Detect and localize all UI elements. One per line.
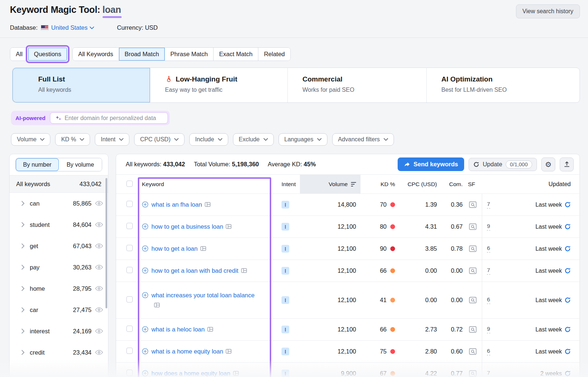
toggle-by-volume[interactable]: By volume <box>59 158 102 171</box>
domain-input[interactable] <box>65 115 163 122</box>
tab-exact-match[interactable]: Exact Match <box>214 48 258 61</box>
refresh-icon[interactable] <box>564 348 571 355</box>
add-keyword-icon[interactable] <box>142 201 148 208</box>
sf-value[interactable]: 9 <box>487 223 490 231</box>
tab-all-keywords[interactable]: All Keywords <box>73 48 119 61</box>
add-keyword-icon[interactable] <box>142 326 148 333</box>
add-keyword-icon[interactable] <box>142 245 148 252</box>
keyword-link[interactable]: how to get a loan <box>151 244 206 254</box>
serp-preview-icon[interactable] <box>469 297 477 304</box>
eye-icon[interactable] <box>95 201 103 206</box>
select-all-checkbox[interactable] <box>126 181 133 187</box>
serp-preview-icon[interactable] <box>469 245 477 252</box>
row-checkbox[interactable] <box>126 348 133 354</box>
serp-preview-icon[interactable] <box>469 223 477 230</box>
sf-value[interactable]: 9 <box>487 326 490 333</box>
row-checkbox[interactable] <box>126 296 133 302</box>
keyword-group-item[interactable]: car 27,475 <box>10 299 108 320</box>
keyword-link[interactable]: how does a home equity loan <box>151 369 239 377</box>
serp-layout-icon[interactable] <box>241 268 247 273</box>
sf-value[interactable]: 6 <box>487 296 490 304</box>
eye-icon[interactable] <box>95 222 103 227</box>
eye-icon[interactable] <box>95 307 103 312</box>
keyword-link[interactable]: what is a heloc loan <box>151 325 213 334</box>
serp-preview-icon[interactable] <box>469 267 477 274</box>
tab-broad-match[interactable]: Broad Match <box>119 48 165 61</box>
eye-icon[interactable] <box>95 286 103 291</box>
card-low-hanging-fruit[interactable]: Low-Hanging Fruit Easy way to get traffi… <box>150 68 288 102</box>
view-search-history-button[interactable]: View search history <box>516 4 580 18</box>
serp-layout-icon[interactable] <box>154 302 160 308</box>
filter-dropdown[interactable]: CPC (USD) <box>134 133 184 146</box>
filter-dropdown[interactable]: KD % <box>55 133 90 146</box>
keyword-group-item[interactable]: student 84,604 <box>10 214 108 235</box>
keyword-group-item[interactable]: can 85,865 <box>10 193 108 214</box>
sf-value[interactable]: 7 <box>487 267 490 275</box>
export-button[interactable] <box>560 157 574 171</box>
filter-dropdown[interactable]: Include <box>189 133 228 146</box>
sf-value[interactable]: 7 <box>487 370 490 377</box>
send-keywords-button[interactable]: Send keywords <box>398 157 464 171</box>
row-checkbox[interactable] <box>126 267 133 273</box>
card-ai-optimization[interactable]: AI Optimization Best for LLM-driven SEO <box>427 68 580 102</box>
row-checkbox[interactable] <box>126 245 133 251</box>
card-commercial[interactable]: Commercial Works for paid SEO <box>288 68 427 102</box>
refresh-icon[interactable] <box>564 268 571 274</box>
refresh-icon[interactable] <box>564 246 571 252</box>
row-checkbox[interactable] <box>126 326 133 332</box>
serp-preview-icon[interactable] <box>469 348 477 355</box>
update-button[interactable]: Update 0/1,000 <box>469 158 537 171</box>
keyword-group-item[interactable]: pay 30,263 <box>10 257 108 278</box>
tab-phrase-match[interactable]: Phrase Match <box>165 48 214 61</box>
add-keyword-icon[interactable] <box>142 292 148 298</box>
database-selector[interactable]: United States <box>51 24 94 31</box>
serp-preview-icon[interactable] <box>469 370 477 377</box>
tab-questions[interactable]: Questions <box>28 48 67 61</box>
tab-all[interactable]: All <box>10 48 28 61</box>
filter-dropdown[interactable]: Volume <box>11 133 50 146</box>
eye-icon[interactable] <box>95 329 103 334</box>
refresh-icon[interactable] <box>564 224 571 230</box>
row-checkbox[interactable] <box>126 201 133 207</box>
serp-layout-icon[interactable] <box>205 202 211 207</box>
keyword-group-item[interactable]: credit 23,434 <box>10 342 108 363</box>
serp-layout-icon[interactable] <box>200 246 206 251</box>
keyword-link[interactable]: what is a home equity loan <box>151 347 232 356</box>
tab-related[interactable]: Related <box>258 48 290 61</box>
keyword-group-item[interactable]: get 67,043 <box>10 235 108 257</box>
refresh-icon[interactable] <box>564 326 571 333</box>
all-keywords-row[interactable]: All keywords 433,042 <box>10 175 108 193</box>
refresh-icon[interactable] <box>564 370 571 377</box>
sf-value[interactable]: 6 <box>487 348 490 355</box>
toggle-by-number[interactable]: By number <box>16 158 59 171</box>
filter-dropdown[interactable]: Advanced filters <box>332 133 394 146</box>
sidebar-scrollbar[interactable] <box>105 178 107 308</box>
keyword-group-item[interactable]: home 28,795 <box>10 278 108 299</box>
serp-preview-icon[interactable] <box>469 326 477 333</box>
eye-icon[interactable] <box>95 243 103 249</box>
eye-icon[interactable] <box>95 350 103 355</box>
sf-value[interactable]: 7 <box>487 201 490 209</box>
add-keyword-icon[interactable] <box>142 348 148 355</box>
keyword-link[interactable]: what increases your total loan balance <box>151 290 257 310</box>
settings-button[interactable]: ⚙ <box>541 157 555 171</box>
column-header-volume[interactable]: Volume <box>300 175 361 194</box>
serp-preview-icon[interactable] <box>469 201 477 208</box>
serp-layout-icon[interactable] <box>226 224 232 229</box>
filter-dropdown[interactable]: Languages <box>279 133 327 146</box>
filter-dropdown[interactable]: Intent <box>95 133 129 146</box>
keyword-link[interactable]: what is an fha loan <box>151 200 211 210</box>
filter-dropdown[interactable]: Exclude <box>233 133 274 146</box>
eye-icon[interactable] <box>95 265 103 270</box>
add-keyword-icon[interactable] <box>142 267 148 274</box>
refresh-icon[interactable] <box>564 297 571 303</box>
keyword-link[interactable]: how to get a loan with bad credit <box>151 266 247 276</box>
serp-layout-icon[interactable] <box>233 371 239 376</box>
keyword-link[interactable]: how to get a business loan <box>151 222 232 232</box>
add-keyword-icon[interactable] <box>142 223 148 230</box>
serp-layout-icon[interactable] <box>226 349 232 354</box>
serp-layout-icon[interactable] <box>207 327 213 332</box>
refresh-icon[interactable] <box>564 202 571 208</box>
row-checkbox[interactable] <box>126 370 133 376</box>
card-full-list[interactable]: Full List All keywords <box>12 68 150 102</box>
